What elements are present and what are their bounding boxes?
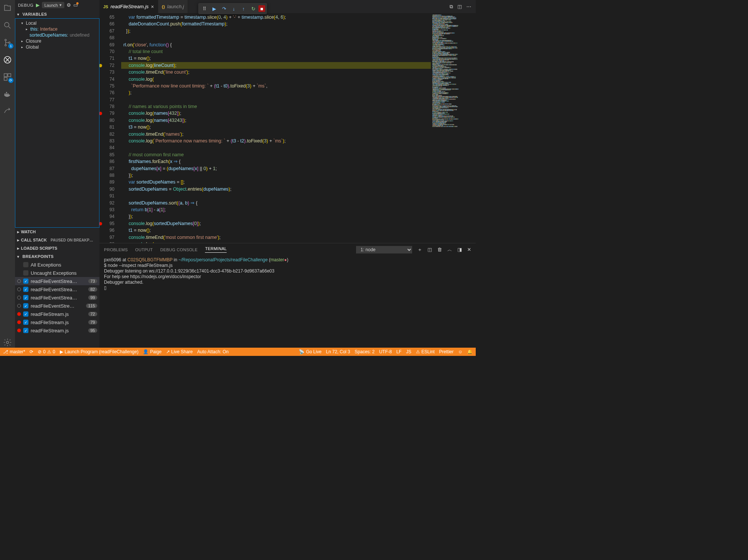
eslint-status[interactable]: ⚠ ESLint [416, 349, 435, 354]
more-icon[interactable]: ⋯ [466, 4, 471, 9]
gutter[interactable]: 6566676869707172737475767778798081828384… [99, 13, 121, 243]
maximize-panel-icon[interactable]: ︿ [447, 246, 452, 253]
breakpoint-row[interactable]: ✓readFileStream.js72 [15, 310, 99, 318]
panel-tabs: PROBLEMS OUTPUT DEBUG CONSOLE TERMINAL 1… [99, 243, 476, 256]
code-editor[interactable]: var formattedTimestamp = timestamp.slice… [121, 13, 431, 243]
breakpoint-row[interactable]: ✓readFileEventStrea…82 [15, 285, 99, 293]
restart-button[interactable]: ↻ [249, 4, 258, 13]
extensions-icon[interactable]: ⟳ [2, 72, 13, 82]
debug-header: DEBUG ▶ Launch▾ ⚙ ▭ [15, 0, 99, 10]
tab-readfilestream[interactable]: JSreadFileStream.js× [99, 0, 158, 13]
minimap[interactable]: █████████████████ ██████████████████████… [431, 13, 476, 243]
loaded-scripts-section[interactable]: ▸LOADED SCRIPTS [15, 244, 99, 252]
svg-rect-9 [6, 93, 7, 95]
variables-section-head[interactable]: ▾VARIABLES [15, 10, 99, 18]
step-out-button[interactable]: ↑ [239, 4, 248, 13]
breakpoint-row[interactable]: Uncaught Exceptions [15, 269, 99, 277]
svg-point-2 [5, 44, 6, 46]
svg-point-12 [6, 341, 9, 344]
new-terminal-icon[interactable]: ＋ [417, 246, 422, 253]
sync-status[interactable]: ⟳ [30, 349, 33, 354]
var-sorted[interactable]: sortedDupeNames: undefined [15, 32, 99, 38]
breakpoints-section-head[interactable]: ▾BREAKPOINTS [15, 252, 99, 261]
compare-icon[interactable]: ⧉ [450, 4, 453, 10]
callstack-section[interactable]: ▸CALL STACKPAUSED ON BREAKP… [15, 236, 99, 244]
split-editor-icon[interactable]: ◫ [457, 4, 462, 9]
launch-status[interactable]: ▶ Launch Program (readFileChallenge) [60, 349, 138, 354]
breakpoint-row[interactable]: All Exceptions [15, 261, 99, 269]
errors-status[interactable]: ⊘ 0 ⚠ 0 [38, 349, 55, 354]
step-over-button[interactable]: ↷ [220, 4, 229, 13]
editor-actions: ⧉ ◫ ⋯ [445, 0, 476, 13]
cursor-position[interactable]: Ln 72, Col 3 [326, 349, 350, 354]
terminal-content[interactable]: pxn5096 at C02SQ5LBGTFMMBP in ~/Repos/pe… [99, 256, 476, 348]
scope-local[interactable]: ▾Local [15, 20, 99, 26]
debug-sidebar: DEBUG ▶ Launch▾ ⚙ ▭ ▾VARIABLES ▾Local ▸t… [15, 0, 99, 348]
tab-output[interactable]: OUTPUT [135, 247, 153, 252]
tab-problems[interactable]: PROBLEMS [104, 247, 128, 252]
editor-area: JSreadFileStream.js× {}launch.j ⧉ ◫ ⋯ 65… [99, 0, 476, 348]
stop-button[interactable]: ■ [258, 5, 265, 12]
svg-point-1 [5, 39, 6, 41]
launch-config-select[interactable]: Launch▾ [42, 2, 64, 8]
breakpoint-row[interactable]: ✓readFileStream.js95 [15, 326, 99, 335]
tab-launch[interactable]: {}launch.j [158, 0, 188, 13]
debug-toolbar: ⠿ ▶ ↷ ↓ ↑ ↻ ■ [198, 3, 267, 14]
bottom-panel: PROBLEMS OUTPUT DEBUG CONSOLE TERMINAL 1… [99, 243, 476, 348]
grip-icon[interactable]: ⠿ [200, 4, 209, 13]
auto-attach-status[interactable]: Auto Attach: On [197, 349, 229, 354]
branch-status[interactable]: ⎇ master* [3, 349, 25, 354]
breakpoints-list: All ExceptionsUncaught Exceptions✓readFi… [15, 261, 99, 335]
scope-global[interactable]: ▸Global [15, 44, 99, 50]
indentation-status[interactable]: Spaces: 2 [355, 349, 374, 354]
svg-point-0 [4, 22, 9, 27]
prettier-status[interactable]: Prettier [439, 349, 454, 354]
tab-bar: JSreadFileStream.js× {}launch.j ⧉ ◫ ⋯ [99, 0, 476, 13]
variables-body: ▾Local ▸this: Interface sortedDupeNames:… [15, 18, 99, 228]
svg-rect-11 [6, 92, 7, 93]
debug-label: DEBUG [18, 3, 34, 7]
kill-terminal-icon[interactable]: 🗑 [437, 247, 442, 252]
svg-rect-5 [4, 74, 7, 77]
svg-rect-10 [7, 93, 9, 95]
explorer-icon[interactable] [2, 3, 13, 13]
svg-rect-6 [8, 74, 11, 77]
split-terminal-icon[interactable]: ◫ [427, 247, 432, 252]
terminal-select[interactable]: 1: node [356, 246, 412, 253]
activity-bar: 1 ⟳ [0, 0, 15, 348]
breakpoint-row[interactable]: ✓readFileEventStre…115 [15, 302, 99, 310]
user-status[interactable]: 👤 Paige [143, 349, 162, 354]
breakpoint-row[interactable]: ✓readFileStream.js79 [15, 318, 99, 326]
docker-icon[interactable] [2, 89, 13, 99]
close-panel-icon[interactable]: ✕ [467, 247, 471, 252]
eol-status[interactable]: LF [396, 349, 402, 354]
debug-icon[interactable] [2, 55, 13, 65]
settings-gear-icon[interactable] [2, 337, 13, 348]
svg-rect-7 [4, 77, 7, 80]
step-into-button[interactable]: ↓ [229, 4, 238, 13]
status-bar: ⎇ master* ⟳ ⊘ 0 ⚠ 0 ▶ Launch Program (re… [0, 348, 476, 356]
search-icon[interactable] [2, 20, 13, 31]
watch-section[interactable]: ▸WATCH [15, 228, 99, 236]
breakpoint-row[interactable]: ✓readFileEventStrea…73 [15, 277, 99, 285]
breakpoint-row[interactable]: ✓readFileEventStrea…99 [15, 293, 99, 302]
language-status[interactable]: JS [406, 349, 411, 354]
encoding-status[interactable]: UTF-8 [379, 349, 392, 354]
scope-closure[interactable]: ▸Closure [15, 38, 99, 44]
var-this[interactable]: ▸this: Interface [15, 26, 99, 32]
svg-rect-8 [4, 93, 6, 95]
move-panel-icon[interactable]: ◨ [457, 247, 462, 252]
continue-button[interactable]: ▶ [210, 4, 219, 13]
notifications-icon[interactable]: 🔔 [467, 349, 473, 354]
start-debug-button[interactable]: ▶ [36, 2, 40, 8]
config-gear-icon[interactable]: ⚙ [67, 2, 71, 8]
go-live-status[interactable]: 📡 Go Live [299, 349, 321, 354]
debug-console-icon[interactable]: ▭ [73, 2, 78, 8]
source-control-icon[interactable]: 1 [2, 37, 13, 48]
feedback-icon[interactable]: ☺ [458, 349, 463, 354]
close-icon[interactable]: × [151, 4, 154, 10]
live-share-icon[interactable] [2, 106, 13, 117]
live-share-status[interactable]: ↗ Live Share [166, 349, 193, 354]
tab-terminal[interactable]: TERMINAL [205, 246, 227, 253]
tab-debug-console[interactable]: DEBUG CONSOLE [160, 247, 198, 252]
